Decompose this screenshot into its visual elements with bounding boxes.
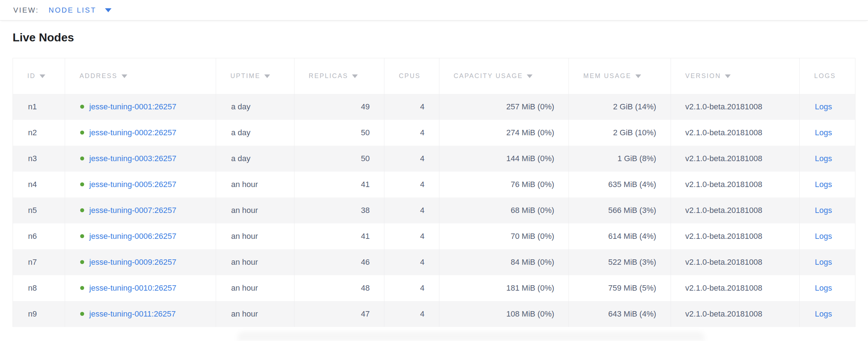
node-uptime-cell: a day (216, 146, 294, 172)
node-capacity-usage-cell: 76 MiB (0%) (439, 172, 569, 197)
node-version-cell: v2.1.0-beta.20181008 (671, 94, 799, 120)
node-address-link[interactable]: jesse-tuning-0002:26257 (89, 128, 176, 137)
table-row: n1 jesse-tuning-0001:26257 a day 49 4 25… (13, 94, 855, 120)
table-row: n8 jesse-tuning-0010:26257 an hour 48 4 … (13, 275, 855, 301)
table-body: n1 jesse-tuning-0001:26257 a day 49 4 25… (13, 94, 855, 327)
node-uptime-cell: an hour (216, 301, 294, 327)
node-capacity-usage-cell: 144 MiB (0%) (439, 146, 569, 172)
sort-desc-icon (40, 74, 45, 78)
node-version-cell: v2.1.0-beta.20181008 (671, 223, 799, 249)
node-cpus-cell: 4 (384, 197, 439, 223)
node-mem-usage-cell: 1 GiB (8%) (569, 146, 671, 172)
node-capacity-usage-cell: 84 MiB (0%) (439, 249, 569, 275)
view-dropdown-value: NODE LIST (49, 6, 96, 14)
node-logs-link[interactable]: Logs (815, 232, 832, 241)
node-logs-cell: Logs (800, 146, 855, 172)
node-mem-usage-cell: 759 MiB (5%) (569, 275, 671, 301)
view-selector-bar: VIEW: NODE LIST (0, 0, 868, 21)
column-header-id[interactable]: ID (13, 58, 65, 94)
node-uptime-cell: an hour (216, 172, 294, 197)
node-address-cell: jesse-tuning-0010:26257 (65, 275, 216, 301)
node-capacity-usage-cell: 257 MiB (0%) (439, 94, 569, 120)
node-healthy-status-icon (80, 156, 84, 160)
node-address-link[interactable]: jesse-tuning-0005:26257 (89, 180, 176, 189)
node-cpus-cell: 4 (384, 275, 439, 301)
node-healthy-status-icon (80, 208, 84, 212)
node-healthy-status-icon (80, 105, 84, 109)
node-cpus-cell: 4 (384, 94, 439, 120)
column-header-mem-usage[interactable]: MEM USAGE (569, 58, 671, 94)
node-address-cell: jesse-tuning-0007:26257 (65, 197, 216, 223)
node-id-cell: n8 (13, 275, 65, 301)
node-logs-link[interactable]: Logs (815, 206, 832, 215)
node-address-link[interactable]: jesse-tuning-0010:26257 (89, 283, 176, 292)
table-row: n4 jesse-tuning-0005:26257 an hour 41 4 … (13, 172, 855, 197)
node-logs-cell: Logs (800, 223, 855, 249)
node-address-link[interactable]: jesse-tuning-0006:26257 (89, 232, 176, 241)
node-id-cell: n3 (13, 146, 65, 172)
live-nodes-section: Live Nodes ID ADDRESS UPTIME REPLICAS CP… (0, 29, 868, 327)
node-mem-usage-cell: 522 MiB (3%) (569, 249, 671, 275)
sort-desc-icon (352, 74, 358, 78)
sort-desc-icon (122, 74, 127, 78)
node-mem-usage-cell: 2 GiB (14%) (569, 94, 671, 120)
node-logs-link[interactable]: Logs (815, 258, 832, 267)
node-logs-cell: Logs (800, 120, 855, 146)
node-uptime-cell: a day (216, 120, 294, 146)
table-row: n9 jesse-tuning-0011:26257 an hour 47 4 … (13, 301, 855, 327)
node-capacity-usage-cell: 181 MiB (0%) (439, 275, 569, 301)
node-mem-usage-cell: 635 MiB (4%) (569, 172, 671, 197)
node-address-link[interactable]: jesse-tuning-0009:26257 (89, 258, 176, 267)
node-id-cell: n7 (13, 249, 65, 275)
node-logs-link[interactable]: Logs (815, 283, 832, 292)
column-header-address[interactable]: ADDRESS (65, 58, 216, 94)
node-id-cell: n4 (13, 172, 65, 197)
node-healthy-status-icon (80, 131, 84, 135)
node-address-cell: jesse-tuning-0009:26257 (65, 249, 216, 275)
node-healthy-status-icon (80, 182, 84, 186)
node-logs-cell: Logs (800, 197, 855, 223)
node-cpus-cell: 4 (384, 249, 439, 275)
node-logs-link[interactable]: Logs (815, 154, 832, 163)
node-mem-usage-cell: 614 MiB (4%) (569, 223, 671, 249)
node-address-link[interactable]: jesse-tuning-0007:26257 (89, 206, 176, 215)
node-logs-cell: Logs (800, 172, 855, 197)
node-version-cell: v2.1.0-beta.20181008 (671, 146, 799, 172)
node-version-cell: v2.1.0-beta.20181008 (671, 249, 799, 275)
node-replicas-cell: 50 (294, 120, 384, 146)
node-replicas-cell: 46 (294, 249, 384, 275)
node-logs-link[interactable]: Logs (815, 180, 832, 189)
column-header-capacity-usage[interactable]: CAPACITY USAGE (439, 58, 569, 94)
node-address-link[interactable]: jesse-tuning-0001:26257 (89, 102, 176, 111)
node-id-cell: n9 (13, 301, 65, 327)
column-header-version[interactable]: VERSION (671, 58, 799, 94)
node-logs-link[interactable]: Logs (815, 309, 832, 318)
node-uptime-cell: an hour (216, 249, 294, 275)
node-replicas-cell: 47 (294, 301, 384, 327)
node-address-link[interactable]: jesse-tuning-0003:26257 (89, 154, 176, 163)
table-row: n5 jesse-tuning-0007:26257 an hour 38 4 … (13, 197, 855, 223)
node-id-cell: n5 (13, 197, 65, 223)
node-cpus-cell: 4 (384, 301, 439, 327)
node-healthy-status-icon (80, 312, 84, 316)
node-replicas-cell: 49 (294, 94, 384, 120)
view-dropdown[interactable]: NODE LIST (49, 6, 111, 14)
node-capacity-usage-cell: 70 MiB (0%) (439, 223, 569, 249)
node-logs-cell: Logs (800, 249, 855, 275)
column-header-uptime[interactable]: UPTIME (216, 58, 294, 94)
node-cpus-cell: 4 (384, 172, 439, 197)
node-version-cell: v2.1.0-beta.20181008 (671, 172, 799, 197)
sort-desc-icon (527, 74, 533, 78)
node-logs-link[interactable]: Logs (815, 102, 832, 111)
node-version-cell: v2.1.0-beta.20181008 (671, 197, 799, 223)
node-version-cell: v2.1.0-beta.20181008 (671, 275, 799, 301)
column-header-replicas[interactable]: REPLICAS (294, 58, 384, 94)
node-logs-cell: Logs (800, 301, 855, 327)
node-id-cell: n1 (13, 94, 65, 120)
node-uptime-cell: an hour (216, 223, 294, 249)
node-mem-usage-cell: 566 MiB (3%) (569, 197, 671, 223)
node-address-cell: jesse-tuning-0002:26257 (65, 120, 216, 146)
node-uptime-cell: an hour (216, 275, 294, 301)
node-address-link[interactable]: jesse-tuning-0011:26257 (89, 309, 176, 318)
node-logs-link[interactable]: Logs (815, 128, 832, 137)
